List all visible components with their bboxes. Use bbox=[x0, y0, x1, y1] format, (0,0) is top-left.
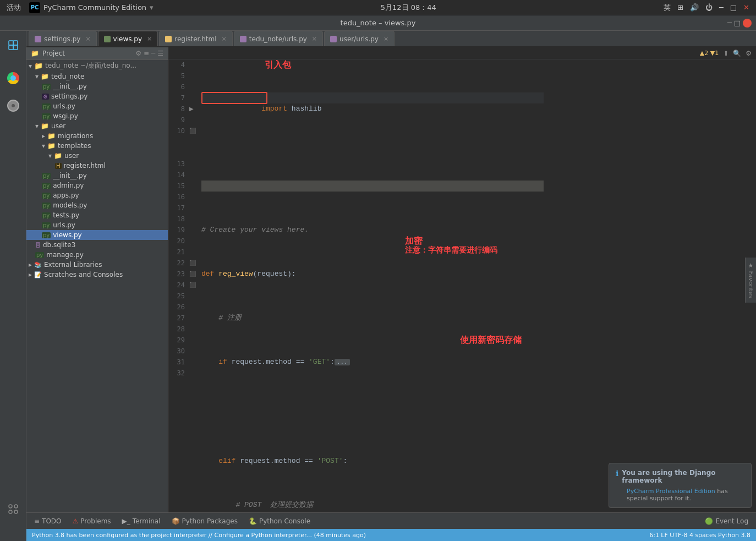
svg-rect-1 bbox=[13, 41, 18, 45]
tab-register-html[interactable]: register.html × bbox=[159, 31, 233, 46]
line-num: 5 bbox=[168, 70, 185, 81]
tab-close-views[interactable]: × bbox=[147, 35, 152, 42]
code-line-13: elif request.method == 'POST': bbox=[201, 456, 544, 467]
tree-urls-py-1[interactable]: py urls.py bbox=[26, 101, 168, 111]
dock-dvd-icon[interactable] bbox=[3, 96, 23, 116]
tree-label: manage.py bbox=[46, 251, 84, 259]
tree-admin-py[interactable]: py admin.py bbox=[26, 181, 168, 190]
tree-label: __init__.py bbox=[53, 172, 87, 179]
window-max[interactable]: □ bbox=[730, 3, 737, 12]
project-gear-icon[interactable]: ☰ bbox=[157, 50, 163, 57]
tree-models-py[interactable]: py models.py bbox=[26, 200, 168, 210]
project-settings-icon[interactable]: ⚙ bbox=[135, 50, 141, 57]
folder-icon: 📁 bbox=[34, 62, 43, 70]
win-ctrl-max[interactable]: □ bbox=[734, 19, 741, 27]
tree-init-py-2[interactable]: py __init__.py bbox=[26, 171, 168, 181]
line-num: 31 bbox=[168, 357, 185, 368]
svg-point-5 bbox=[14, 505, 18, 508]
tree-scratches[interactable]: ▸ 📝 Scratches and Consoles bbox=[26, 270, 168, 280]
tree-manage-py[interactable]: py manage.py bbox=[26, 250, 168, 260]
tab-todo[interactable]: ≡ TODO bbox=[29, 515, 67, 527]
code-line-5 bbox=[201, 136, 544, 147]
tab-close-user-urls[interactable]: × bbox=[384, 35, 388, 42]
expand-btn[interactable]: ⬆ bbox=[723, 50, 728, 57]
svg-rect-3 bbox=[13, 45, 18, 50]
tree-views-py[interactable]: py views.py bbox=[26, 230, 168, 240]
line-num: 30 bbox=[168, 346, 185, 357]
app-logo: PC PyCharm Community Edition ▾ bbox=[29, 2, 154, 13]
svg-rect-0 bbox=[9, 41, 13, 45]
event-log-btn[interactable]: 🟢 Event Log bbox=[699, 515, 754, 527]
tab-close-settings[interactable]: × bbox=[85, 35, 90, 42]
line-num: 16 bbox=[168, 192, 185, 203]
status-position: 6:1 LF UTF-8 4 spaces Python 3.8 bbox=[649, 532, 750, 539]
network-icon: ⊞ bbox=[677, 3, 683, 12]
window-min[interactable]: ─ bbox=[719, 3, 724, 12]
tree-wsgi-py[interactable]: py wsgi.py bbox=[26, 111, 168, 121]
code-line-8: def reg_view(request): bbox=[201, 269, 544, 280]
problems-icon: ⚠ bbox=[73, 517, 79, 525]
tree-label: db.sqlite3 bbox=[43, 241, 75, 249]
tab-python-packages[interactable]: 📦 Python Packages bbox=[166, 515, 243, 527]
project-collapse-icon[interactable]: ─ bbox=[151, 50, 155, 57]
tab-user-urls[interactable]: user/urls.py × bbox=[324, 31, 395, 46]
tree-external-libs[interactable]: ▸ 📚 External Libraries bbox=[26, 260, 168, 270]
tree-root[interactable]: ▾ 📁 tedu_note ~/桌面/tedu_no... bbox=[26, 60, 168, 72]
tree-tests-py[interactable]: py tests.py bbox=[26, 210, 168, 220]
tree-user[interactable]: ▾ 📁 user bbox=[26, 121, 168, 131]
dock-apps-icon[interactable] bbox=[3, 499, 23, 519]
tree-label: settings.py bbox=[51, 92, 87, 100]
dock-project-icon[interactable] bbox=[3, 35, 23, 55]
tree-user-subfolder[interactable]: ▾ 📁 user bbox=[26, 151, 168, 161]
win-ctrl-min[interactable]: ─ bbox=[727, 19, 732, 27]
code-line-14: # POST 处理提交数据 bbox=[201, 500, 544, 511]
line-num: 27 bbox=[168, 313, 185, 324]
tab-terminal[interactable]: ▶_ Terminal bbox=[117, 515, 166, 527]
tab-views-py[interactable]: views.py × bbox=[98, 31, 158, 46]
tree-db-sqlite[interactable]: 🗄 db.sqlite3 bbox=[26, 240, 168, 250]
tree-tedu-note[interactable]: ▾ 📁 tedu_note bbox=[26, 72, 168, 81]
tree-urls-py-2[interactable]: py urls.py bbox=[26, 220, 168, 230]
warning-count: ▲2 ▼1 bbox=[700, 50, 719, 57]
tree-init-py-1[interactable]: py __init__.py bbox=[26, 81, 168, 91]
tree-label: __init__.py bbox=[53, 83, 87, 90]
ide-win-title: tedu_note – views.py bbox=[341, 19, 416, 27]
line-num: 4 bbox=[168, 59, 185, 70]
code-editor[interactable]: import hashlib # Create your views here.… bbox=[198, 59, 544, 512]
line-num: 14 bbox=[168, 170, 185, 181]
tree-templates[interactable]: ▾ 📁 templates bbox=[26, 141, 168, 151]
search-in-file-icon[interactable]: 🔍 bbox=[733, 50, 741, 57]
folder-icon: 📁 bbox=[31, 50, 39, 57]
tree-settings-py[interactable]: ⚙ settings.py bbox=[26, 91, 168, 101]
gear-icon[interactable]: ⚙ bbox=[746, 50, 752, 57]
favorites-tab[interactable]: ★ Favorites bbox=[746, 257, 756, 302]
project-sort-icon[interactable]: ≡ bbox=[144, 50, 149, 57]
tab-tedu-urls[interactable]: tedu_note/urls.py × bbox=[234, 31, 323, 46]
line-num: 26 bbox=[168, 302, 185, 313]
tab-python-console[interactable]: 🐍 Python Console bbox=[243, 515, 316, 527]
line-num: 13 bbox=[168, 159, 185, 170]
window-close[interactable]: ✕ bbox=[743, 3, 749, 12]
project-label: Project bbox=[42, 50, 65, 57]
line-num: 20 bbox=[168, 236, 185, 247]
system-datetime: 5月12日 08：44 bbox=[381, 3, 436, 12]
tab-problems[interactable]: ⚠ Problems bbox=[67, 515, 117, 527]
tab-settings-py[interactable]: settings.py × bbox=[29, 31, 97, 46]
tree-label: templates bbox=[58, 142, 91, 150]
line-num: 17 bbox=[168, 203, 185, 214]
tree-item-label: tedu_note ~/桌面/tedu_no... bbox=[45, 61, 136, 70]
win-ctrl-close[interactable] bbox=[743, 19, 752, 28]
tab-close-register[interactable]: × bbox=[222, 35, 227, 42]
activities-label[interactable]: 活动 bbox=[7, 3, 21, 13]
tree-register-html[interactable]: H register.html bbox=[26, 161, 168, 171]
code-line-4: import hashlib bbox=[201, 92, 544, 103]
tab-close-tedu-urls[interactable]: × bbox=[312, 35, 317, 42]
tree-apps-py[interactable]: py apps.py bbox=[26, 190, 168, 200]
svg-point-4 bbox=[9, 505, 12, 508]
line-num: 7 bbox=[168, 92, 185, 103]
dock-chrome-icon[interactable] bbox=[3, 68, 23, 88]
line-num: 24 bbox=[168, 280, 185, 291]
code-line-7: # Create your views here. bbox=[201, 225, 544, 236]
notification-link[interactable]: PyCharm Professional Edition bbox=[627, 488, 715, 495]
tree-migrations[interactable]: ▸ 📁 migrations bbox=[26, 131, 168, 141]
